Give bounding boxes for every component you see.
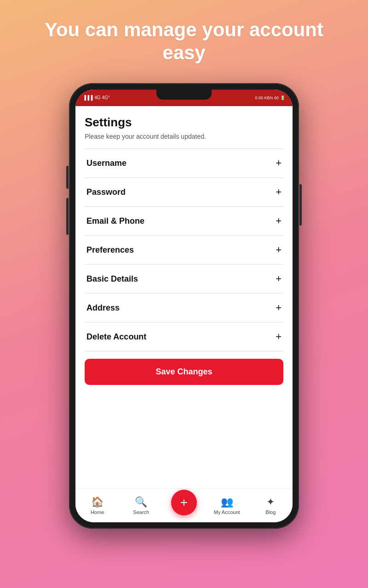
settings-row-address[interactable]: Address +	[85, 294, 283, 322]
phone-screen: ▐▐▐ 4G 4G° 14:50 0.00 KB/s 60 🔋 Settings…	[75, 90, 293, 522]
phone-button-mute	[66, 166, 69, 189]
nav-item-account[interactable]: 👥 My Account	[213, 496, 241, 515]
settings-label-username: Username	[86, 158, 126, 168]
settings-subtitle: Please keep your account details updated…	[85, 132, 283, 141]
battery-icon: 🔋	[280, 96, 285, 100]
settings-label-email-phone: Email & Phone	[86, 216, 144, 226]
settings-row-basic-details[interactable]: Basic Details +	[85, 265, 283, 293]
nav-item-blog[interactable]: ✦ Blog	[257, 496, 284, 515]
screen-content: Settings Please keep your account detail…	[75, 106, 293, 488]
nav-label-search: Search	[133, 509, 149, 515]
account-icon: 👥	[221, 496, 233, 508]
nav-add-button[interactable]: +	[171, 490, 197, 515]
status-right: 0.00 KB/s 60 🔋	[255, 96, 285, 100]
hero-heading: You can manage your account easy	[0, 0, 368, 79]
settings-title: Settings	[85, 115, 283, 130]
phone-button-volume	[66, 198, 69, 235]
save-changes-button[interactable]: Save Changes	[85, 359, 283, 385]
network-type: 4G 4G°	[94, 95, 109, 100]
divider-7	[85, 351, 283, 351]
nav-item-home[interactable]: 🏠 Home	[84, 496, 111, 515]
expand-icon-email-phone: +	[276, 216, 282, 226]
nav-label-home: Home	[91, 509, 104, 515]
settings-row-username[interactable]: Username +	[85, 149, 283, 177]
phone-notch	[156, 90, 212, 100]
data-speed: 0.00 KB/s 60	[255, 96, 279, 100]
expand-icon-username: +	[276, 158, 282, 168]
expand-icon-address: +	[276, 303, 282, 313]
expand-icon-password: +	[276, 187, 282, 197]
nav-label-account: My Account	[214, 509, 240, 515]
search-icon: 🔍	[135, 496, 147, 508]
settings-row-preferences[interactable]: Preferences +	[85, 236, 283, 264]
settings-row-delete-account[interactable]: Delete Account +	[85, 322, 283, 351]
status-left: ▐▐▐ 4G 4G°	[83, 95, 110, 100]
bottom-nav: 🏠 Home 🔍 Search + 👥 My Account ✦ Blog	[75, 488, 293, 522]
settings-row-email-phone[interactable]: Email & Phone +	[85, 207, 283, 235]
settings-row-password[interactable]: Password +	[85, 178, 283, 206]
settings-label-preferences: Preferences	[86, 245, 134, 255]
settings-label-password: Password	[86, 187, 126, 197]
settings-label-address: Address	[86, 303, 120, 313]
expand-icon-basic-details: +	[276, 274, 282, 284]
nav-label-blog: Blog	[265, 509, 276, 515]
expand-icon-preferences: +	[276, 245, 282, 255]
add-icon: +	[180, 495, 188, 510]
phone-button-power	[299, 184, 302, 226]
settings-label-basic-details: Basic Details	[86, 274, 138, 284]
settings-label-delete-account: Delete Account	[86, 332, 146, 342]
phone-mockup: ▐▐▐ 4G 4G° 14:50 0.00 KB/s 60 🔋 Settings…	[69, 83, 299, 529]
home-icon: 🏠	[91, 496, 104, 508]
signal-icon: ▐▐▐	[83, 95, 92, 100]
blog-icon: ✦	[266, 496, 275, 508]
expand-icon-delete-account: +	[276, 332, 282, 342]
nav-item-search[interactable]: 🔍 Search	[127, 496, 155, 515]
